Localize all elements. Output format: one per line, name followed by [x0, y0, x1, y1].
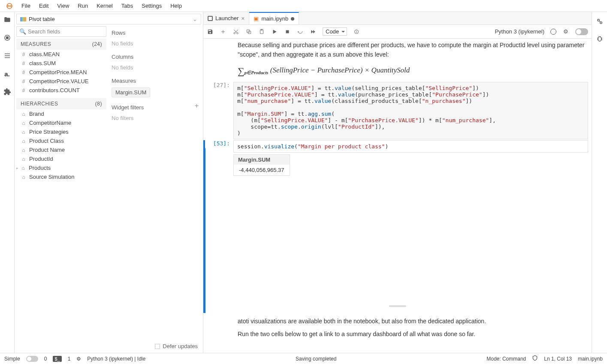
terminal-icon[interactable]: $_ [53, 356, 61, 362]
editor-mode[interactable]: Mode: Command [486, 356, 526, 362]
cell-type-select[interactable]: Code [323, 27, 347, 36]
toc-icon[interactable] [3, 51, 12, 60]
menu-kernel[interactable]: Kernel [92, 1, 117, 11]
launcher-icon [208, 16, 213, 21]
trusted-icon[interactable] [532, 355, 538, 362]
defer-checkbox[interactable] [155, 344, 160, 349]
add-filter-button[interactable]: + [195, 102, 199, 110]
output-value: -4,440,056,965.37 [234, 165, 290, 175]
code-cell-27[interactable]: [27]: m["SellingPrice.VALUE"] = tt.value… [203, 82, 588, 139]
measure-item[interactable]: #class.SUM [16, 59, 106, 68]
run-icon[interactable] [271, 28, 278, 35]
hierarchy-icon: ⌂ [21, 120, 27, 126]
tab-main[interactable]: ▣ main.ipynb [249, 12, 299, 24]
measures-header: MEASURES(24) [16, 39, 106, 50]
markdown-cell: Because selling and purchase prices are … [203, 39, 592, 61]
lsp-icon[interactable]: ⚙ [76, 356, 81, 362]
svg-line-28 [601, 39, 602, 40]
jupyter-logo[interactable] [5, 2, 14, 10]
menu-tabs[interactable]: Tabs [117, 1, 137, 11]
menu-help[interactable]: Help [166, 1, 186, 11]
measure-chip[interactable]: Margin.SUM [112, 87, 150, 97]
search-icon: 🔍 [19, 28, 26, 35]
columns-zone[interactable]: No fields [112, 64, 199, 71]
property-inspector-icon[interactable] [595, 17, 604, 26]
resize-grip[interactable] [389, 305, 406, 307]
prompt: [27]: [203, 82, 233, 139]
active-kernels-count[interactable]: 0 [44, 356, 47, 362]
menu-view[interactable]: View [53, 1, 73, 11]
hash-icon: # [21, 87, 27, 93]
filters-zone[interactable]: No filters [112, 115, 199, 121]
cursor-position[interactable]: Ln 1, Col 13 [544, 356, 572, 362]
code-input[interactable]: m["SellingPrice.VALUE"] = tt.value(selli… [233, 82, 588, 139]
output-table: Margin.SUM -4,440,056,965.37 [233, 154, 290, 176]
markdown-cell: Run the two cells below to get a link to… [203, 328, 592, 340]
render-icon[interactable] [353, 28, 360, 35]
hash-icon: # [21, 51, 27, 57]
measure-item[interactable]: #contributors.COUNT [16, 86, 106, 95]
kernel-name[interactable]: Python 3 (ipykernel) [495, 28, 544, 35]
svg-line-23 [599, 21, 600, 22]
tab-launcher[interactable]: Launcher × [203, 12, 249, 24]
code-input[interactable]: session.visualize("Margin per product cl… [233, 140, 588, 153]
cell-output: Margin.SUM -4,440,056,965.37 [233, 154, 588, 176]
right-rail [592, 12, 607, 353]
hierarchy-item[interactable]: ▸⌂Products [16, 163, 106, 172]
filters-zone-label: Widget filters [112, 104, 144, 111]
hierarchy-item[interactable]: ⌂Product Name [16, 145, 106, 154]
rows-zone[interactable]: No fields [112, 40, 199, 47]
add-cell-icon[interactable] [220, 28, 226, 35]
copy-icon[interactable] [245, 28, 252, 35]
hierarchy-item[interactable]: ⌂Brand [16, 109, 106, 118]
notebook-body[interactable]: Because selling and purchase prices are … [203, 39, 592, 353]
extensions-icon[interactable] [3, 87, 12, 96]
menu-edit[interactable]: Edit [35, 1, 53, 11]
kernel-settings-icon[interactable]: ⚙ [562, 28, 569, 35]
defer-updates[interactable]: Defer updates [155, 343, 198, 349]
hierarchy-item[interactable]: ⌂Product Class [16, 136, 106, 145]
folder-icon[interactable] [3, 15, 12, 24]
measures-list: #class.MEAN #class.SUM #CompetitorPrice.… [16, 50, 106, 98]
simple-mode-toggle[interactable] [26, 356, 38, 362]
menu-run[interactable]: Run [73, 1, 92, 11]
fast-forward-icon[interactable] [310, 28, 317, 35]
pivot-table-icon [20, 17, 26, 21]
statusbar: Simple 0 $_ 1 ⚙ Python 3 (ipykernel) | I… [0, 353, 607, 364]
measure-item[interactable]: #class.MEAN [16, 50, 106, 59]
paste-icon[interactable] [258, 28, 265, 35]
hierarchy-item[interactable]: ⌂Price Strategies [16, 127, 106, 136]
tab-bar: Launcher × ▣ main.ipynb [203, 12, 592, 25]
measure-item[interactable]: #CompetitorPrice.MEAN [16, 68, 106, 77]
code-cell-53[interactable]: [53]: session.visualize("Margin per prod… [203, 140, 588, 153]
hash-icon: # [21, 69, 27, 75]
search-placeholder: Search fields [28, 28, 60, 35]
svg-point-24 [598, 37, 601, 42]
save-icon[interactable] [207, 28, 214, 35]
measure-item[interactable]: #CompetitorPrice.VALUE [16, 77, 106, 86]
svg-marker-16 [273, 30, 277, 33]
kernel-status[interactable]: Python 3 (ipykernel) | Idle [87, 356, 145, 362]
svg-point-22 [600, 22, 602, 24]
hierarchies-list: ⌂Brand ⌂CompetitorName ⌂Price Strategies… [16, 109, 106, 351]
restart-icon[interactable] [297, 28, 304, 35]
hierarchy-item[interactable]: ⌂ProductId [16, 154, 106, 163]
rows-zone-label: Rows [112, 30, 199, 36]
menu-file[interactable]: File [17, 1, 35, 11]
chevron-down-icon[interactable]: ⌄ [193, 16, 197, 22]
current-file[interactable]: main.ipynb [578, 356, 603, 362]
cut-icon[interactable] [233, 28, 239, 35]
running-icon[interactable] [3, 33, 12, 42]
menu-settings[interactable]: Settings [137, 1, 166, 11]
pivot-header[interactable]: Pivot table ⌄ [16, 14, 201, 24]
debugger-icon[interactable] [595, 34, 604, 43]
atoti-icon[interactable]: a. [3, 69, 12, 78]
stop-icon[interactable] [284, 28, 291, 35]
hierarchy-item[interactable]: ⌂Source Simulation [16, 172, 106, 181]
close-icon[interactable]: × [241, 15, 245, 22]
kernel-status-icon[interactable] [550, 29, 556, 35]
hierarchy-item[interactable]: ⌂CompetitorName [16, 118, 106, 127]
terminals-count[interactable]: 1 [68, 356, 71, 362]
debugger-toggle[interactable] [575, 28, 588, 35]
search-input[interactable]: 🔍 Search fields [16, 26, 106, 37]
